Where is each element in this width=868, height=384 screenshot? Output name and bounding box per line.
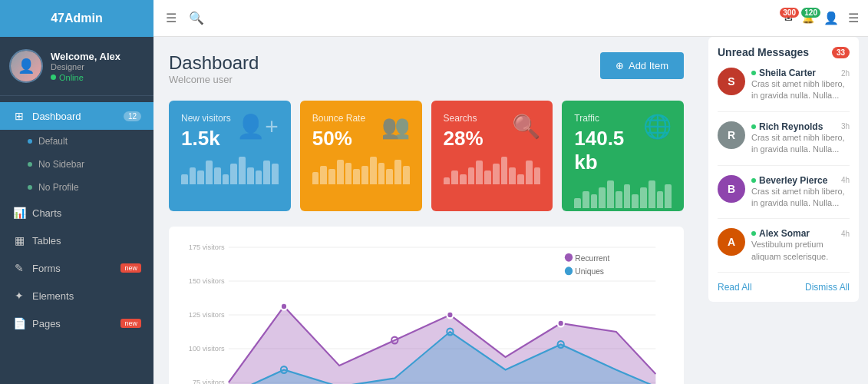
forms-icon: ✎ <box>12 262 26 274</box>
svg-point-13 <box>447 312 453 319</box>
stat-card-value-visitors: 1.5k <box>181 127 231 151</box>
stat-card-value-traffic: 140.5 kb <box>574 127 643 174</box>
avatar-image: 👤 <box>11 51 41 81</box>
pages-badge-new: new <box>120 319 141 328</box>
stat-card-value-bounce: 50% <box>312 127 365 151</box>
sidebar-item-forms[interactable]: ✎ Forms new <box>0 254 153 282</box>
sidebar-item-no-sidebar[interactable]: No Sidebar <box>0 153 153 176</box>
stat-card-header-search: Searchs 28% 🔍 <box>444 113 541 151</box>
brand-logo[interactable]: 47Admin <box>0 0 153 37</box>
sidebar-label-charts: Charts <box>32 207 141 219</box>
message-item-1[interactable]: R Rich Reynolds 3h Cras sit amet nibh li… <box>718 121 850 166</box>
sidebar-item-pages[interactable]: 📄 Pages new <box>0 310 153 337</box>
sidebar-item-tables[interactable]: ▦ Tables <box>0 227 153 254</box>
svg-text:75 visitors: 75 visitors <box>193 378 225 384</box>
stat-bar <box>501 157 508 184</box>
msg-time-1: 3h <box>841 122 850 131</box>
msg-avatar-1: R <box>718 121 745 149</box>
stat-bar <box>190 167 196 185</box>
sidebar-item-dashboard[interactable]: ⊞ Dashboard 12 <box>0 102 153 130</box>
pages-icon: 📄 <box>12 317 26 329</box>
dismiss-all-link[interactable]: Dismiss All <box>805 282 850 293</box>
msg-content-0: Sheila Carter 2h Cras sit amet nibh libe… <box>751 68 850 102</box>
stat-bar <box>591 194 598 208</box>
search-icon[interactable]: 🔍 <box>189 11 204 25</box>
sidebar-item-elements[interactable]: ✦ Elements <box>0 282 153 310</box>
sidebar-item-charts[interactable]: 📊 Charts <box>0 199 153 227</box>
stat-bars-visitors <box>181 157 279 187</box>
search-card-icon: 🔍 <box>512 113 540 140</box>
top-navbar: 47Admin ☰ 🔍 ✉ 300 🔔 120 👤 ☰ <box>0 0 868 37</box>
menu-toggle-icon[interactable]: ☰ <box>166 11 177 25</box>
stat-bar <box>263 161 270 185</box>
add-item-label: Add Item <box>629 60 668 71</box>
stat-bar <box>657 191 664 209</box>
stat-bars-search <box>444 157 541 187</box>
stat-bar <box>312 172 319 184</box>
stat-bar <box>361 166 368 184</box>
msg-time-2: 4h <box>841 176 850 184</box>
msg-time-0: 2h <box>841 69 850 78</box>
user-icon[interactable]: 👤 <box>823 11 839 25</box>
sidebar-sub-group: Default No Sidebar No Profile <box>0 130 153 199</box>
stat-cards-row: New visitors 1.5k 👤+ Bounce Rate 50% 👥 <box>169 101 684 211</box>
stat-bar <box>476 161 483 185</box>
stat-bar <box>574 198 581 209</box>
stat-card-content-bounce: Bounce Rate 50% <box>312 113 365 151</box>
content-area: Dashboard Welcome user ⊕ Add Item New vi… <box>153 37 699 384</box>
message-item-0[interactable]: S Sheila Carter 2h Cras sit amet nibh li… <box>718 68 850 112</box>
sidebar-user: 👤 Welcome, Alex Designer Online <box>0 37 153 96</box>
stat-card-content-traffic: Traffic 140.5 kb <box>574 113 643 174</box>
sidebar-item-default[interactable]: Default <box>0 130 153 153</box>
stat-card-title-search: Searchs <box>444 113 484 124</box>
status-dot-icon <box>51 74 56 80</box>
stat-bar <box>394 160 401 184</box>
msg-text-0: Cras sit amet nibh libero, in gravida nu… <box>751 78 850 102</box>
sidebar-item-no-profile[interactable]: No Profile <box>0 176 153 199</box>
settings-icon[interactable]: ☰ <box>848 11 859 25</box>
stat-bar <box>649 180 655 208</box>
avatar: 👤 <box>9 49 43 83</box>
stat-card-content-search: Searchs 28% <box>444 113 484 151</box>
main-layout: 👤 Welcome, Alex Designer Online ⊞ Dashbo… <box>0 37 868 384</box>
messages-panel: Unread Messages 33 S Sheila Carter 2h Cr… <box>708 37 859 302</box>
stat-bar <box>632 194 639 208</box>
msg-header-1: Rich Reynolds 3h <box>751 121 850 132</box>
msg-header-3: Alex Somar 4h <box>751 228 850 239</box>
dashboard-badge: 12 <box>124 111 141 121</box>
stat-bar <box>493 164 500 184</box>
msg-header-2: Beverley Pierce 4h <box>751 175 850 186</box>
stat-bar <box>230 164 237 184</box>
stat-bars-bounce <box>312 157 410 187</box>
message-item-2[interactable]: B Beverley Pierce 4h Cras sit amet nibh … <box>718 175 850 220</box>
stat-bar <box>526 161 533 185</box>
msg-name-3: Alex Somar <box>759 228 810 239</box>
stat-bar <box>665 184 672 209</box>
user-role: Designer <box>51 62 144 71</box>
stat-bar <box>214 167 221 185</box>
stat-bar <box>599 187 606 208</box>
msg-status-dot-2 <box>751 178 756 183</box>
svg-text:125 visitors: 125 visitors <box>189 310 225 319</box>
stat-bar <box>444 177 451 184</box>
stat-bar <box>534 167 541 185</box>
messages-badge: 33 <box>832 47 850 58</box>
mail-button[interactable]: ✉ 300 <box>784 12 793 24</box>
bell-button[interactable]: 🔔 120 <box>802 12 814 24</box>
sidebar-label-no-profile: No Profile <box>38 182 79 193</box>
svg-text:Uniques: Uniques <box>575 266 604 276</box>
stat-bar <box>378 163 385 184</box>
add-item-button[interactable]: ⊕ Add Item <box>600 52 684 79</box>
message-item-3[interactable]: A Alex Somar 4h Vestibulum pretium aliqu… <box>718 228 850 273</box>
sidebar: 👤 Welcome, Alex Designer Online ⊞ Dashbo… <box>0 37 153 384</box>
svg-text:Recurrent: Recurrent <box>575 253 609 262</box>
read-all-link[interactable]: Read All <box>718 282 752 293</box>
stat-bar <box>484 170 491 184</box>
svg-text:150 visitors: 150 visitors <box>189 276 225 285</box>
stat-bar <box>206 161 213 185</box>
msg-time-3: 4h <box>841 230 850 238</box>
charts-icon: 📊 <box>12 207 26 219</box>
elements-icon: ✦ <box>12 290 26 302</box>
sidebar-label-pages: Pages <box>32 318 114 329</box>
stat-bar <box>247 167 254 185</box>
